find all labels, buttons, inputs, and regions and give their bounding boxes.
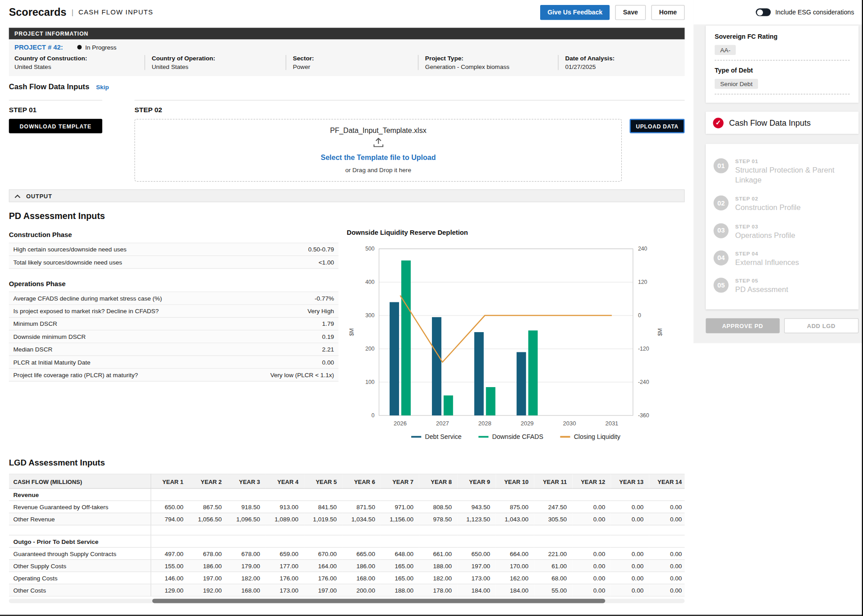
skip-link[interactable]: Skip <box>96 84 109 91</box>
lgd-cell: 182.00 <box>227 572 266 584</box>
lgd-row: Other Revenue794.001,056.501,096.501,089… <box>9 513 685 525</box>
add-lgd-button[interactable]: ADD LGD <box>784 319 858 333</box>
lgd-cell <box>572 525 611 535</box>
scrollbar-thumb[interactable] <box>152 599 605 603</box>
lgd-cell <box>572 535 611 548</box>
lgd-cell: 186.00 <box>342 560 381 572</box>
lgd-cell: 164.00 <box>304 560 342 572</box>
home-button[interactable]: Home <box>652 5 685 19</box>
sidebar-step-01[interactable]: 01 STEP 01 Structural Protection & Paren… <box>714 158 851 186</box>
lgd-cell: 197.00 <box>457 560 496 572</box>
lgd-header-year: YEAR 2 <box>189 474 227 488</box>
lgd-cell <box>611 535 649 548</box>
lgd-cell <box>419 488 457 501</box>
lgd-header-year: YEAR 6 <box>342 474 381 488</box>
lgd-cell: 179.00 <box>227 560 266 572</box>
pd-row: Median DSCR 2.21 <box>9 343 339 356</box>
lgd-cell: 168.00 <box>342 572 381 584</box>
lgd-row: Operating Costs146.00197.00182.00176.001… <box>9 572 685 584</box>
sidebar-step-02[interactable]: 02 STEP 02 Construction Profile <box>714 196 851 213</box>
lgd-header-year: YEAR 8 <box>419 474 457 488</box>
lgd-cell <box>534 535 572 548</box>
title-separator: | <box>71 8 73 17</box>
legend-label: Downside CFADS <box>492 433 543 440</box>
lgd-cell: 0.00 <box>611 572 649 584</box>
lgd-cell: 0.00 <box>572 560 611 572</box>
lgd-cell <box>227 535 266 548</box>
sidebar-step-03[interactable]: 03 STEP 03 Operations Profile <box>714 223 851 240</box>
step-number: 04 <box>714 251 729 265</box>
lgd-cell <box>342 535 381 548</box>
check-icon: ✓ <box>713 118 723 128</box>
lgd-row <box>9 525 685 535</box>
project-information-section: PROJECT INFORMATION PROJECT # 42: In Pro… <box>9 28 685 76</box>
sidebar-step-05[interactable]: 05 STEP 05 PD Assessment <box>714 278 851 295</box>
lgd-cell: 197.00 <box>304 584 342 596</box>
lgd-cell <box>227 488 266 501</box>
lgd-cell <box>496 488 534 501</box>
pd-row: Is project exposed to market risk? Decli… <box>9 305 339 318</box>
lgd-cell <box>496 535 534 548</box>
sidebar-section-title: Cash Flow Data Inputs <box>729 119 811 128</box>
field-date-of-analysis: Date of Analysis: 01/27/2025 <box>558 55 684 70</box>
lgd-table: CASH FLOW (MILLIONS)YEAR 1YEAR 2YEAR 3YE… <box>9 474 685 596</box>
lgd-cell: 173.00 <box>266 584 304 596</box>
step-01-column: STEP 01 DOWNLOAD TEMPLATE <box>9 100 102 182</box>
legend-item-downside-cfads: Downside CFADS <box>478 433 543 440</box>
lgd-cell <box>151 525 189 535</box>
sovereign-rating-chip[interactable]: AA- <box>715 45 736 55</box>
lgd-cell: 162.00 <box>496 572 534 584</box>
lgd-header-year: YEAR 9 <box>457 474 496 488</box>
svg-text:2028: 2028 <box>478 420 491 427</box>
lgd-cell: 0.00 <box>572 584 611 596</box>
pd-assessment-title: PD Assessment Inputs <box>9 211 685 221</box>
upload-dropzone[interactable]: PF_Data_Input_Template.xlsx Select the T… <box>134 119 622 182</box>
step-02-column: STEP 02 PF_Data_Input_Template.xlsx Sele… <box>134 100 684 182</box>
give-feedback-button[interactable]: Give Us Feedback <box>540 5 610 19</box>
lgd-cell <box>304 525 342 535</box>
lgd-cell: 0.00 <box>572 548 611 560</box>
svg-text:0: 0 <box>372 412 375 419</box>
svg-text:-240: -240 <box>638 379 649 385</box>
lgd-cell: 165.00 <box>381 572 419 584</box>
lgd-cell: 678.00 <box>189 548 227 560</box>
project-status-label: In Progress <box>85 44 116 50</box>
type-of-debt-chip[interactable]: Senior Debt <box>715 79 758 89</box>
lgd-row-label: Outgo - Prior To Debt Service <box>9 535 151 548</box>
lgd-cell: 1,156.00 <box>381 513 419 525</box>
lgd-cell: 0.00 <box>611 501 649 513</box>
upload-data-button[interactable]: UPLOAD DATA <box>630 119 685 133</box>
lgd-cell: 978.50 <box>419 513 457 525</box>
esg-toggle-label: Include ESG considerations <box>775 9 854 16</box>
lgd-cell: 913.00 <box>266 501 304 513</box>
lgd-cell <box>419 525 457 535</box>
svg-text:2031: 2031 <box>605 420 618 427</box>
esg-toggle[interactable] <box>756 8 771 16</box>
lgd-header-year: YEAR 11 <box>534 474 572 488</box>
lgd-cell: 192.00 <box>189 584 227 596</box>
download-template-button[interactable]: DOWNLOAD TEMPLATE <box>9 119 102 133</box>
lgd-cell: 200.00 <box>342 584 381 596</box>
lgd-cell: 0.00 <box>611 548 649 560</box>
step-number: 01 <box>714 158 729 173</box>
project-information-header[interactable]: PROJECT INFORMATION <box>9 28 685 40</box>
lgd-cell: 0.00 <box>572 572 611 584</box>
output-section-toggle[interactable]: OUTPUT <box>9 189 685 202</box>
sidebar-cash-flow-inputs[interactable]: ✓ Cash Flow Data Inputs <box>706 112 858 134</box>
sidebar-step-04[interactable]: 04 STEP 04 External Influences <box>714 251 851 268</box>
step-number: 03 <box>714 223 729 238</box>
svg-text:2030: 2030 <box>563 420 576 427</box>
field-project-type: Project Type: Generation - Complex bioma… <box>418 55 558 70</box>
select-template-file-link[interactable]: Select the Template file to Upload <box>135 153 621 161</box>
save-button[interactable]: Save <box>615 5 646 19</box>
lgd-cell: 55.00 <box>534 584 572 596</box>
lgd-cell: 0.00 <box>649 548 685 560</box>
project-status: In Progress <box>78 44 117 50</box>
approve-pd-button[interactable]: APPROVE PD <box>706 319 779 333</box>
lgd-cell: 188.00 <box>419 560 457 572</box>
lgd-cell <box>611 488 649 501</box>
legend-label: Closing Liquidity <box>574 433 620 440</box>
field-sector: Sector: Power <box>286 55 418 70</box>
horizontal-scrollbar[interactable] <box>9 599 685 603</box>
lgd-cell: 808.50 <box>419 501 457 513</box>
